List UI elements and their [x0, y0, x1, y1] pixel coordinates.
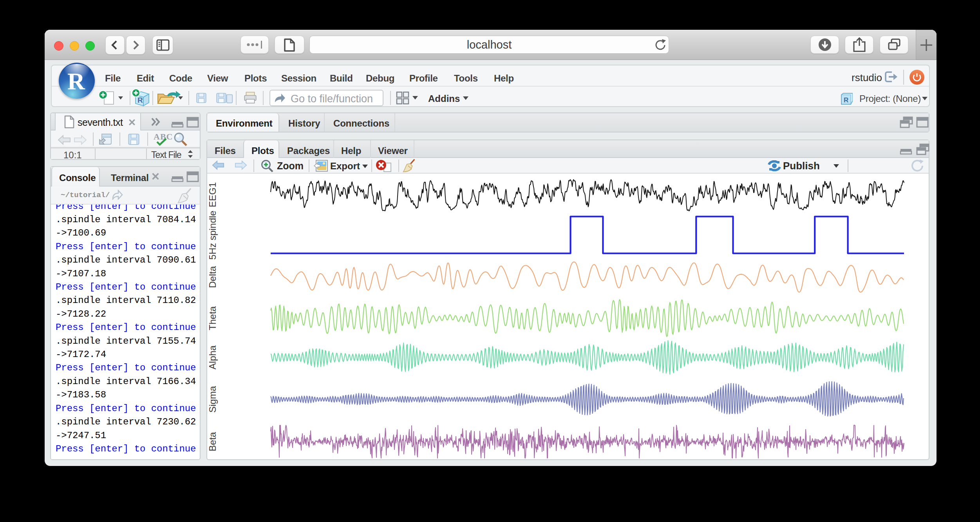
svg-text:Delta: Delta: [207, 266, 218, 288]
svg-text:Sigma: Sigma: [207, 386, 218, 413]
svg-text:5Hz spindle: 5Hz spindle: [207, 210, 218, 259]
svg-text:Theta: Theta: [207, 306, 218, 330]
svg-text:R: R: [137, 96, 143, 104]
svg-text:Beta: Beta: [207, 432, 218, 451]
svg-text:Alpha: Alpha: [207, 345, 218, 370]
svg-text:EEG1: EEG1: [207, 182, 218, 207]
svg-text:R: R: [844, 96, 848, 104]
